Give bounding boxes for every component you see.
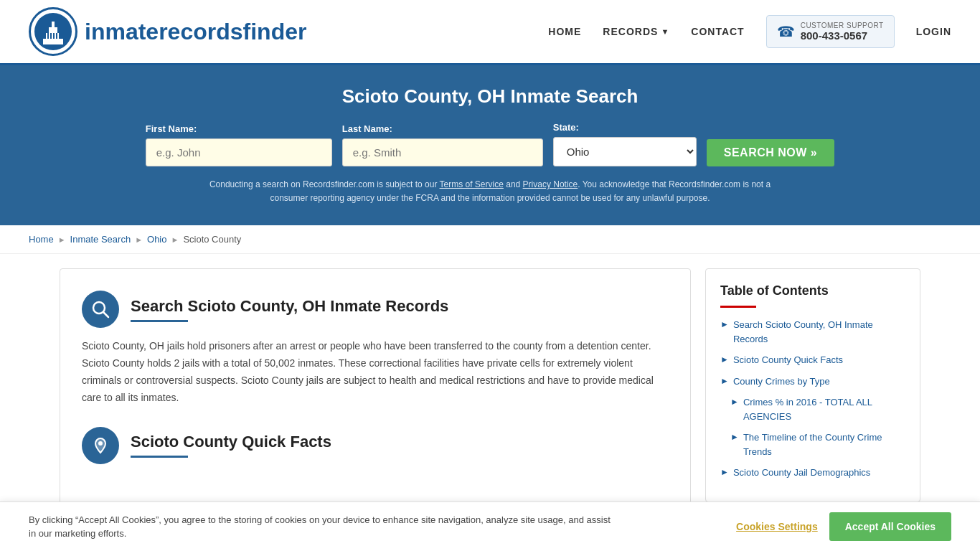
- breadcrumb-inmate-search[interactable]: Inmate Search: [70, 234, 131, 245]
- logo-icon: [29, 7, 77, 56]
- last-name-label: Last Name:: [342, 123, 543, 134]
- cookie-buttons: Cookies Settings Accept All Cookies: [736, 512, 951, 521]
- logo-text: inmaterecordsfinder: [85, 19, 306, 45]
- breadcrumb-ohio[interactable]: Ohio: [147, 234, 166, 245]
- search-form: First Name: Last Name: State: Ohio Alaba…: [29, 122, 951, 166]
- breadcrumb-sep-3: ►: [171, 235, 179, 244]
- main-nav: HOME RECORDS ▼ CONTACT ☎ CUSTOMER SUPPOR…: [548, 15, 951, 48]
- toc-link-1[interactable]: Search Scioto County, OH Inmate Records: [733, 318, 905, 346]
- last-name-group: Last Name:: [342, 123, 543, 166]
- toc-title: Table of Contents: [720, 283, 905, 298]
- chevron-right-icon: ►: [720, 467, 729, 477]
- title-underline-1: [131, 320, 188, 322]
- breadcrumb-sep-1: ►: [58, 235, 66, 244]
- breadcrumb-current: Scioto County: [183, 234, 241, 245]
- toc-link-4[interactable]: Crimes % in 2016 - TOTAL ALL AGENCIES: [743, 395, 905, 423]
- first-name-label: First Name:: [146, 123, 332, 134]
- privacy-link[interactable]: Privacy Notice: [523, 179, 578, 189]
- svg-point-13: [98, 441, 103, 446]
- first-name-group: First Name:: [146, 123, 332, 166]
- last-name-input[interactable]: [342, 138, 543, 166]
- search-icon-circle: [82, 291, 119, 328]
- search-button[interactable]: SEARCH NOW »: [707, 139, 834, 166]
- state-label: State:: [553, 122, 697, 133]
- toc-link-3[interactable]: County Crimes by Type: [733, 375, 830, 389]
- cookie-banner: By clicking “Accept All Cookies”, you ag…: [0, 501, 980, 521]
- svg-rect-6: [47, 33, 49, 39]
- article-header-2: Scioto County Quick Facts: [82, 427, 669, 464]
- article-section-1: Search Scioto County, OH Inmate Records …: [82, 291, 669, 406]
- terms-link[interactable]: Terms of Service: [440, 179, 504, 189]
- disclaimer-text: Conducting a search on Recordsfinder.com…: [196, 178, 784, 205]
- breadcrumb-sep-2: ►: [135, 235, 143, 244]
- svg-rect-4: [52, 22, 55, 28]
- title-underline-2: [131, 456, 188, 458]
- list-item: ► The Timeline of the County Crime Trend…: [720, 430, 905, 458]
- chevron-right-icon: ►: [730, 397, 739, 407]
- svg-rect-5: [44, 33, 46, 39]
- map-icon: [90, 435, 110, 456]
- facts-icon-circle: [82, 427, 119, 464]
- list-item: ► Search Scioto County, OH Inmate Record…: [720, 318, 905, 346]
- search-icon: [90, 299, 110, 319]
- logo-area: inmaterecordsfinder: [29, 7, 306, 56]
- svg-rect-1: [43, 39, 63, 44]
- headphone-icon: ☎: [777, 23, 795, 40]
- article: Search Scioto County, OH Inmate Records …: [60, 268, 691, 506]
- list-item: ► County Crimes by Type: [720, 375, 905, 389]
- cookie-text: By clicking “Accept All Cookies”, you ag…: [29, 513, 617, 521]
- svg-line-12: [103, 312, 108, 317]
- toc-link-5[interactable]: The Timeline of the County Crime Trends: [743, 430, 905, 458]
- article-body-1: Scioto County, OH jails hold prisoners a…: [82, 338, 669, 406]
- support-label: CUSTOMER SUPPORT: [801, 22, 884, 29]
- chevron-right-icon: ►: [720, 354, 729, 364]
- list-item: ► Scioto County Quick Facts: [720, 353, 905, 367]
- chevron-right-icon: ►: [720, 376, 729, 386]
- nav-contact[interactable]: CONTACT: [691, 26, 744, 37]
- svg-rect-3: [49, 27, 57, 34]
- main-content: Search Scioto County, OH Inmate Records …: [31, 268, 949, 506]
- nav-login[interactable]: LOGIN: [916, 26, 951, 37]
- article-title-2: Scioto County Quick Facts: [131, 433, 331, 451]
- chevron-right-icon: ►: [720, 319, 729, 329]
- svg-rect-8: [53, 33, 55, 39]
- support-number: 800-433-0567: [801, 29, 884, 42]
- nav-home[interactable]: HOME: [548, 26, 581, 37]
- hero-title: Scioto County, OH Inmate Search: [29, 85, 951, 108]
- sidebar: Table of Contents ► Search Scioto County…: [705, 268, 920, 502]
- first-name-input[interactable]: [146, 138, 332, 166]
- accept-all-cookies-button[interactable]: Accept All Cookies: [829, 512, 951, 521]
- list-item: ► Scioto County Jail Demographics: [720, 466, 905, 480]
- svg-rect-10: [59, 33, 60, 39]
- chevron-down-icon: ▼: [661, 27, 669, 36]
- state-select[interactable]: Ohio Alabama Alaska California Florida N…: [553, 137, 697, 166]
- toc-link-2[interactable]: Scioto County Quick Facts: [733, 353, 843, 367]
- toc-link-6[interactable]: Scioto County Jail Demographics: [733, 466, 870, 480]
- support-box: ☎ CUSTOMER SUPPORT 800-433-0567: [766, 15, 895, 48]
- article-section-2: Scioto County Quick Facts: [82, 427, 669, 464]
- article-title-1: Search Scioto County, OH Inmate Records: [131, 297, 448, 316]
- state-group: State: Ohio Alabama Alaska California Fl…: [553, 122, 697, 166]
- toc-list: ► Search Scioto County, OH Inmate Record…: [720, 318, 905, 480]
- site-header: inmaterecordsfinder HOME RECORDS ▼ CONTA…: [0, 0, 980, 65]
- svg-rect-9: [56, 33, 57, 39]
- nav-records[interactable]: RECORDS ▼: [603, 26, 669, 37]
- breadcrumb-home[interactable]: Home: [29, 234, 54, 245]
- chevron-right-icon: ►: [730, 432, 739, 442]
- article-header-1: Search Scioto County, OH Inmate Records: [82, 291, 669, 328]
- list-item: ► Crimes % in 2016 - TOTAL ALL AGENCIES: [720, 395, 905, 423]
- breadcrumb: Home ► Inmate Search ► Ohio ► Scioto Cou…: [0, 225, 980, 254]
- toc-divider: [720, 306, 756, 308]
- svg-rect-7: [50, 33, 52, 39]
- hero-section: Scioto County, OH Inmate Search First Na…: [0, 65, 980, 225]
